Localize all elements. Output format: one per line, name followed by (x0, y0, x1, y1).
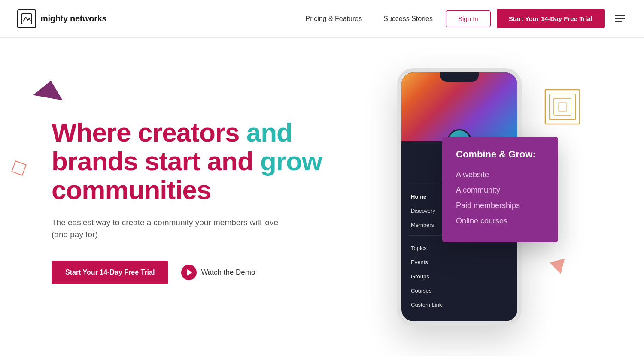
hero-buttons: Start Your 14-Day Free Trial Watch the D… (52, 261, 326, 284)
decorative-triangle-top (33, 78, 66, 100)
title-word-brands: brands (52, 146, 145, 176)
svg-rect-4 (558, 103, 567, 111)
title-word-start: start (145, 146, 207, 176)
feature-card-title: Combine & Grow: (456, 149, 544, 160)
decorative-triangle-right (550, 259, 568, 276)
watch-demo-button[interactable]: Watch the Demo (181, 265, 255, 280)
svg-rect-2 (550, 94, 575, 120)
logo-link[interactable]: mighty networks (17, 9, 106, 28)
phone-nav-custom-link[interactable]: Custom Link (408, 298, 510, 312)
hamburger-line-3 (615, 21, 622, 22)
phone-nav-events[interactable]: Events (408, 255, 510, 269)
title-word-and1: and (246, 118, 292, 147)
play-icon (181, 265, 197, 280)
hamburger-line-1 (615, 15, 625, 16)
phone-nav-courses[interactable]: Courses (408, 284, 510, 298)
phone-header-image: ★ (401, 72, 517, 141)
geo-decoration (541, 85, 584, 128)
navigation: mighty networks Pricing & Features Succe… (0, 0, 644, 38)
nav-trial-button[interactable]: Start Your 14-Day Free Trial (497, 9, 605, 28)
feature-item-courses: Online courses (456, 213, 544, 229)
watch-demo-label: Watch the Demo (201, 268, 255, 277)
svg-rect-3 (554, 98, 571, 115)
feature-item-website: A website (456, 167, 544, 182)
hero-title: Where creators and brands start and grow… (52, 118, 326, 205)
title-word-and2: and (207, 146, 260, 176)
feature-card: Combine & Grow: A website A community Pa… (442, 137, 558, 242)
title-word-creators: creators (138, 118, 246, 147)
hero-section: Where creators and brands start and grow… (0, 38, 644, 356)
feature-item-memberships: Paid memberships (456, 198, 544, 213)
hero-trial-button[interactable]: Start Your 14-Day Free Trial (52, 261, 168, 284)
logo-text: mighty networks (40, 14, 106, 24)
hero-subtitle: The easiest way to create a community yo… (52, 217, 283, 241)
hero-content: Where creators and brands start and grow… (52, 118, 326, 284)
phone-nav-groups[interactable]: Groups (408, 269, 510, 284)
feature-item-community: A community (456, 182, 544, 198)
title-word-where: Where (52, 118, 138, 147)
signin-button[interactable]: Sign In (446, 10, 491, 27)
hamburger-line-2 (615, 18, 625, 19)
hamburger-menu[interactable] (613, 14, 627, 24)
nav-links: Pricing & Features Success Stories (306, 15, 433, 23)
nav-success-stories[interactable]: Success Stories (383, 15, 433, 23)
nav-pricing[interactable]: Pricing & Features (306, 15, 362, 23)
phone-notch (440, 72, 479, 82)
decorative-triangle-bottom (11, 160, 27, 176)
hero-visual: ★ Your Brand Your Tagline SEE MORE + Hom… (326, 68, 592, 326)
title-word-communities: communities (52, 175, 211, 205)
phone-nav-topics[interactable]: Topics (408, 241, 510, 255)
svg-rect-1 (545, 90, 580, 124)
title-word-grow: grow (260, 146, 322, 176)
logo-icon (17, 9, 36, 28)
